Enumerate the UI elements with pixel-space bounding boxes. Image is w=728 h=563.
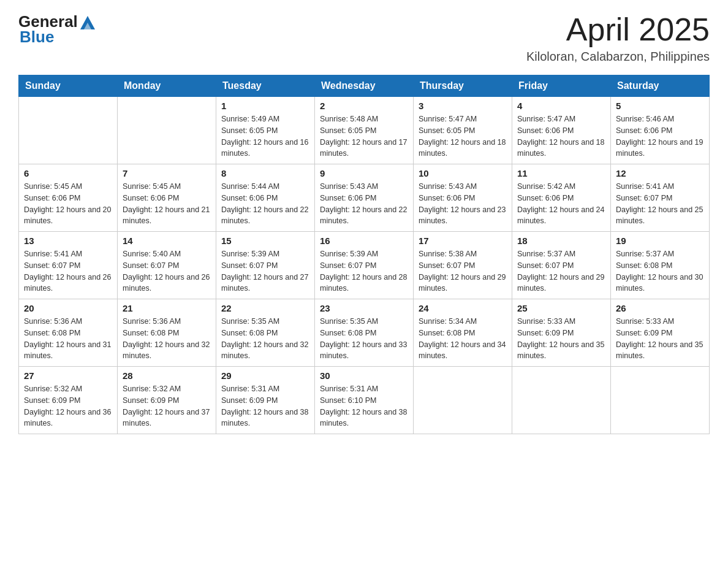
day-number: 13 [24, 236, 112, 246]
day-info: Sunrise: 5:39 AMSunset: 6:07 PMDaylight:… [221, 248, 309, 294]
day-info: Sunrise: 5:32 AMSunset: 6:09 PMDaylight:… [24, 383, 112, 429]
day-info: Sunrise: 5:40 AMSunset: 6:07 PMDaylight:… [123, 248, 211, 294]
day-info: Sunrise: 5:36 AMSunset: 6:08 PMDaylight:… [24, 316, 112, 362]
day-info: Sunrise: 5:36 AMSunset: 6:08 PMDaylight:… [123, 316, 211, 362]
day-info: Sunrise: 5:47 AMSunset: 6:05 PMDaylight:… [419, 113, 507, 159]
calendar-cell: 4Sunrise: 5:47 AMSunset: 6:06 PMDaylight… [512, 97, 611, 164]
calendar-cell [512, 367, 611, 434]
day-info: Sunrise: 5:41 AMSunset: 6:07 PMDaylight:… [616, 181, 704, 227]
day-number: 15 [221, 236, 309, 246]
location: Kiloloran, Calabarzon, Philippines [526, 50, 710, 64]
day-info: Sunrise: 5:35 AMSunset: 6:08 PMDaylight:… [221, 316, 309, 362]
calendar-cell: 14Sunrise: 5:40 AMSunset: 6:07 PMDayligh… [118, 232, 216, 299]
weekday-header-saturday: Saturday [611, 75, 710, 97]
day-number: 6 [24, 168, 112, 178]
day-number: 24 [419, 303, 507, 313]
calendar-cell: 10Sunrise: 5:43 AMSunset: 6:06 PMDayligh… [414, 164, 512, 232]
calendar-week-row: 6Sunrise: 5:45 AMSunset: 6:06 PMDaylight… [19, 164, 710, 232]
calendar-cell: 30Sunrise: 5:31 AMSunset: 6:10 PMDayligh… [315, 367, 414, 434]
calendar-table: SundayMondayTuesdayWednesdayThursdayFrid… [18, 75, 710, 434]
calendar-cell [414, 367, 512, 434]
title-block: April 2025 Kiloloran, Calabarzon, Philip… [526, 12, 710, 64]
page-header: General Blue April 2025 Kiloloran, Calab… [18, 12, 710, 64]
month-year: April 2025 [526, 12, 710, 47]
calendar-cell: 13Sunrise: 5:41 AMSunset: 6:07 PMDayligh… [19, 232, 118, 299]
calendar-cell: 8Sunrise: 5:44 AMSunset: 6:06 PMDaylight… [216, 164, 315, 232]
calendar-cell [19, 97, 118, 164]
day-number: 28 [123, 370, 211, 381]
day-number: 26 [616, 303, 704, 313]
calendar-cell [118, 97, 216, 164]
day-info: Sunrise: 5:43 AMSunset: 6:06 PMDaylight:… [320, 181, 408, 227]
day-number: 16 [320, 236, 408, 246]
day-number: 25 [517, 303, 605, 313]
day-info: Sunrise: 5:31 AMSunset: 6:09 PMDaylight:… [221, 383, 309, 429]
weekday-header-tuesday: Tuesday [216, 75, 315, 97]
day-number: 18 [517, 236, 605, 246]
day-number: 29 [221, 370, 309, 381]
day-info: Sunrise: 5:31 AMSunset: 6:10 PMDaylight:… [320, 383, 408, 429]
logo-icon [79, 13, 96, 31]
calendar-header: SundayMondayTuesdayWednesdayThursdayFrid… [19, 75, 710, 97]
day-number: 5 [616, 101, 704, 111]
calendar-cell: 12Sunrise: 5:41 AMSunset: 6:07 PMDayligh… [611, 164, 710, 232]
weekday-header-wednesday: Wednesday [315, 75, 414, 97]
day-number: 8 [221, 168, 309, 178]
calendar-cell: 9Sunrise: 5:43 AMSunset: 6:06 PMDaylight… [315, 164, 414, 232]
calendar-cell: 18Sunrise: 5:37 AMSunset: 6:07 PMDayligh… [512, 232, 611, 299]
day-number: 10 [419, 168, 507, 178]
day-info: Sunrise: 5:37 AMSunset: 6:08 PMDaylight:… [616, 248, 704, 294]
calendar-week-row: 13Sunrise: 5:41 AMSunset: 6:07 PMDayligh… [19, 232, 710, 299]
day-number: 30 [320, 370, 408, 381]
calendar-week-row: 27Sunrise: 5:32 AMSunset: 6:09 PMDayligh… [19, 367, 710, 434]
day-number: 7 [123, 168, 211, 178]
day-number: 9 [320, 168, 408, 178]
calendar-cell: 1Sunrise: 5:49 AMSunset: 6:05 PMDaylight… [216, 97, 315, 164]
day-info: Sunrise: 5:42 AMSunset: 6:06 PMDaylight:… [517, 181, 605, 227]
day-info: Sunrise: 5:35 AMSunset: 6:08 PMDaylight:… [320, 316, 408, 362]
weekday-header-friday: Friday [512, 75, 611, 97]
calendar-cell: 28Sunrise: 5:32 AMSunset: 6:09 PMDayligh… [118, 367, 216, 434]
day-number: 20 [24, 303, 112, 313]
day-info: Sunrise: 5:45 AMSunset: 6:06 PMDaylight:… [24, 181, 112, 227]
logo-text-blue: Blue [20, 28, 54, 47]
day-number: 2 [320, 101, 408, 111]
day-info: Sunrise: 5:46 AMSunset: 6:06 PMDaylight:… [616, 113, 704, 159]
day-number: 22 [221, 303, 309, 313]
day-info: Sunrise: 5:49 AMSunset: 6:05 PMDaylight:… [221, 113, 309, 159]
calendar-cell: 22Sunrise: 5:35 AMSunset: 6:08 PMDayligh… [216, 299, 315, 367]
day-number: 12 [616, 168, 704, 178]
weekday-row: SundayMondayTuesdayWednesdayThursdayFrid… [19, 75, 710, 97]
day-info: Sunrise: 5:33 AMSunset: 6:09 PMDaylight:… [517, 316, 605, 362]
day-info: Sunrise: 5:47 AMSunset: 6:06 PMDaylight:… [517, 113, 605, 159]
day-info: Sunrise: 5:38 AMSunset: 6:07 PMDaylight:… [419, 248, 507, 294]
logo: General Blue [18, 12, 96, 47]
calendar-cell: 26Sunrise: 5:33 AMSunset: 6:09 PMDayligh… [611, 299, 710, 367]
day-info: Sunrise: 5:45 AMSunset: 6:06 PMDaylight:… [123, 181, 211, 227]
day-number: 11 [517, 168, 605, 178]
day-number: 14 [123, 236, 211, 246]
day-number: 19 [616, 236, 704, 246]
weekday-header-thursday: Thursday [414, 75, 512, 97]
calendar-cell [611, 367, 710, 434]
day-number: 4 [517, 101, 605, 111]
calendar-cell: 5Sunrise: 5:46 AMSunset: 6:06 PMDaylight… [611, 97, 710, 164]
calendar-cell: 3Sunrise: 5:47 AMSunset: 6:05 PMDaylight… [414, 97, 512, 164]
day-info: Sunrise: 5:33 AMSunset: 6:09 PMDaylight:… [616, 316, 704, 362]
day-number: 17 [419, 236, 507, 246]
calendar-week-row: 1Sunrise: 5:49 AMSunset: 6:05 PMDaylight… [19, 97, 710, 164]
calendar-cell: 27Sunrise: 5:32 AMSunset: 6:09 PMDayligh… [19, 367, 118, 434]
calendar-cell: 20Sunrise: 5:36 AMSunset: 6:08 PMDayligh… [19, 299, 118, 367]
calendar-cell: 16Sunrise: 5:39 AMSunset: 6:07 PMDayligh… [315, 232, 414, 299]
day-info: Sunrise: 5:44 AMSunset: 6:06 PMDaylight:… [221, 181, 309, 227]
day-info: Sunrise: 5:37 AMSunset: 6:07 PMDaylight:… [517, 248, 605, 294]
calendar-cell: 11Sunrise: 5:42 AMSunset: 6:06 PMDayligh… [512, 164, 611, 232]
weekday-header-sunday: Sunday [19, 75, 118, 97]
calendar-cell: 7Sunrise: 5:45 AMSunset: 6:06 PMDaylight… [118, 164, 216, 232]
calendar-cell: 19Sunrise: 5:37 AMSunset: 6:08 PMDayligh… [611, 232, 710, 299]
calendar-cell: 6Sunrise: 5:45 AMSunset: 6:06 PMDaylight… [19, 164, 118, 232]
day-number: 3 [419, 101, 507, 111]
day-info: Sunrise: 5:32 AMSunset: 6:09 PMDaylight:… [123, 383, 211, 429]
day-number: 21 [123, 303, 211, 313]
day-number: 1 [221, 101, 309, 111]
